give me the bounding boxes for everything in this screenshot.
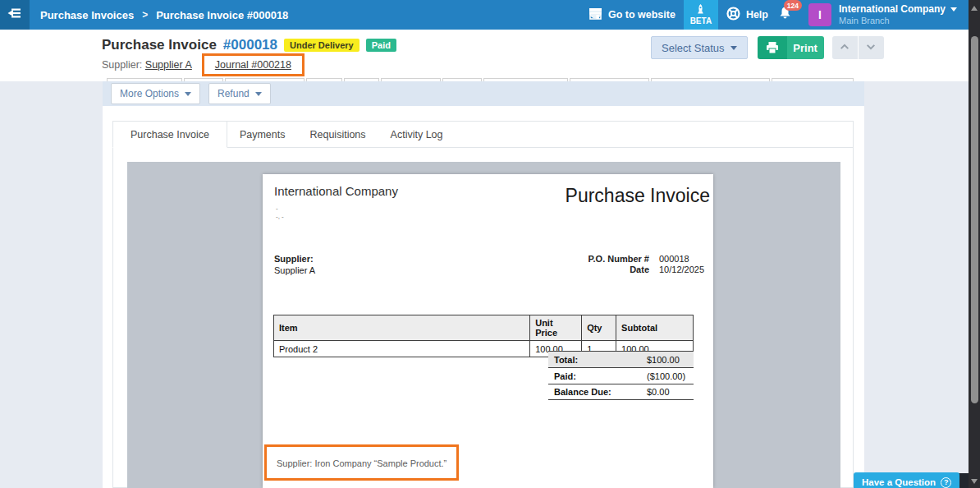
column-header-item: Item: [274, 315, 530, 341]
invoice-address-line2: -, -: [276, 213, 284, 220]
breadcrumb-separator-icon: >: [142, 9, 148, 21]
scrollbar-thumb[interactable]: [971, 36, 978, 403]
avatar[interactable]: I: [808, 3, 831, 26]
caret-down-icon: [185, 92, 191, 96]
more-options-label: More Options: [120, 88, 179, 99]
invoice-company-name: International Company: [274, 184, 398, 198]
supplier-label: Supplier:: [102, 59, 142, 71]
column-header-subtotal: Subtotal: [616, 315, 694, 341]
invoice-meta-block: P.O. Number # 000018 Date 10/12/2025: [588, 254, 710, 274]
rocket-icon: [696, 4, 705, 16]
breadcrumb-current-invoice: Purchase Invoice #000018: [156, 9, 288, 21]
total-label: Total:: [548, 355, 578, 365]
status-badge-under-delivery: Under Delivery: [284, 39, 359, 52]
invoice-doc-title: Purchase Invoice: [566, 185, 710, 207]
journal-annotation-box: Journal #000218: [202, 53, 305, 76]
notifications-button[interactable]: 124: [778, 6, 792, 24]
scroll-down-arrow-icon[interactable]: [971, 479, 978, 484]
invoice-supplier-name: Supplier A: [274, 265, 315, 277]
back-arrow-icon: [7, 7, 23, 22]
have-a-question-label: Have a Question: [862, 477, 936, 487]
have-a-question-button[interactable]: Have a Question ?: [854, 472, 959, 488]
printer-icon: [758, 36, 787, 59]
record-navigation: [832, 36, 884, 59]
po-number-value: 000018: [659, 254, 710, 264]
paid-value: ($100.00): [647, 371, 685, 381]
breadcrumb: Purchase Invoices > Purchase Invoice #00…: [40, 9, 288, 21]
paid-label: Paid:: [548, 371, 576, 381]
table-header-row: Item Unit Price Qty Subtotal: [274, 315, 694, 341]
tabs-row: Purchase Invoice Payments Requisitions A…: [113, 122, 853, 148]
company-menu[interactable]: International Company Main Branch: [839, 4, 957, 25]
balance-due-row: Balance Due: $0.00: [548, 384, 694, 400]
chevron-up-icon: [839, 40, 850, 55]
invoice-supplier-block: Supplier: Supplier A: [274, 254, 315, 277]
breadcrumb-purchase-invoices[interactable]: Purchase Invoices: [40, 9, 134, 21]
column-header-unit-price: Unit Price: [530, 315, 582, 341]
go-to-website-label: Go to website: [608, 9, 675, 21]
select-status-button[interactable]: Select Status: [651, 36, 748, 59]
company-name: International Company: [839, 4, 946, 16]
help-button[interactable]: Help: [726, 7, 768, 23]
column-header-qty: Qty: [582, 315, 616, 341]
invoice-totals: Total: $100.00 Paid: ($100.00) Balance D…: [548, 351, 694, 400]
date-value: 10/12/2025: [659, 265, 710, 274]
refund-button[interactable]: Refund: [208, 83, 271, 104]
balance-due-label: Balance Due:: [548, 387, 611, 397]
select-status-label: Select Status: [662, 42, 725, 54]
chevron-down-icon: [865, 40, 877, 55]
bell-icon: [778, 9, 792, 23]
vertical-scrollbar[interactable]: [969, 0, 980, 488]
next-record-button[interactable]: [859, 36, 884, 59]
refund-label: Refund: [218, 88, 250, 99]
previous-record-button[interactable]: [832, 36, 858, 59]
beta-button[interactable]: BETA: [684, 0, 718, 30]
invoice-supplier-label: Supplier:: [274, 254, 315, 265]
invoice-address-line1: -: [276, 205, 278, 212]
invoice-footer-note: Supplier: Iron Company “Sample Product.”: [277, 458, 446, 468]
footer-note-annotation-box: Supplier: Iron Company “Sample Product.”: [264, 444, 459, 481]
caret-down-icon: [730, 46, 737, 50]
page-header: Purchase Invoice #000018 Under Delivery …: [0, 30, 969, 81]
storefront-icon: [588, 7, 602, 22]
journal-link[interactable]: Journal #000218: [215, 59, 291, 71]
date-label: Date: [588, 265, 649, 274]
collapse-sidebar-button[interactable]: [0, 0, 30, 30]
chevron-down-icon: [950, 7, 957, 12]
balance-due-value: $0.00: [647, 387, 670, 397]
po-number-label: P.O. Number #: [588, 254, 649, 264]
total-value: $100.00: [647, 355, 680, 365]
topbar: Purchase Invoices > Purchase Invoice #00…: [0, 0, 969, 30]
supplier-link[interactable]: Supplier A: [145, 59, 192, 71]
paid-row: Paid: ($100.00): [548, 367, 694, 384]
tab-requisitions[interactable]: Requisitions: [297, 122, 378, 147]
status-badge-paid: Paid: [366, 39, 396, 52]
topbar-right: Go to website BETA: [588, 0, 969, 30]
notification-count-badge: 124: [784, 0, 802, 11]
beta-label: BETA: [690, 16, 712, 25]
life-ring-icon: [726, 7, 740, 23]
question-mark-icon: ?: [941, 477, 951, 488]
more-options-button[interactable]: More Options: [111, 83, 200, 104]
tab-payments[interactable]: Payments: [227, 122, 298, 147]
branch-name: Main Branch: [839, 16, 957, 26]
invoice-document: International Company - -, - Purchase In…: [263, 174, 713, 488]
help-label: Help: [746, 9, 768, 21]
print-button[interactable]: Print: [758, 36, 824, 59]
secondary-toolbar: More Options Refund: [103, 81, 864, 106]
tab-activity-log[interactable]: Activity Log: [378, 122, 456, 147]
print-label: Print: [787, 36, 824, 59]
go-to-website-button[interactable]: Go to website: [588, 7, 675, 22]
total-row: Total: $100.00: [548, 351, 694, 367]
cell-item: Product 2: [274, 341, 530, 357]
tab-purchase-invoice[interactable]: Purchase Invoice: [112, 121, 227, 148]
caret-down-icon: [255, 92, 262, 96]
scroll-up-arrow-icon[interactable]: [971, 6, 978, 11]
